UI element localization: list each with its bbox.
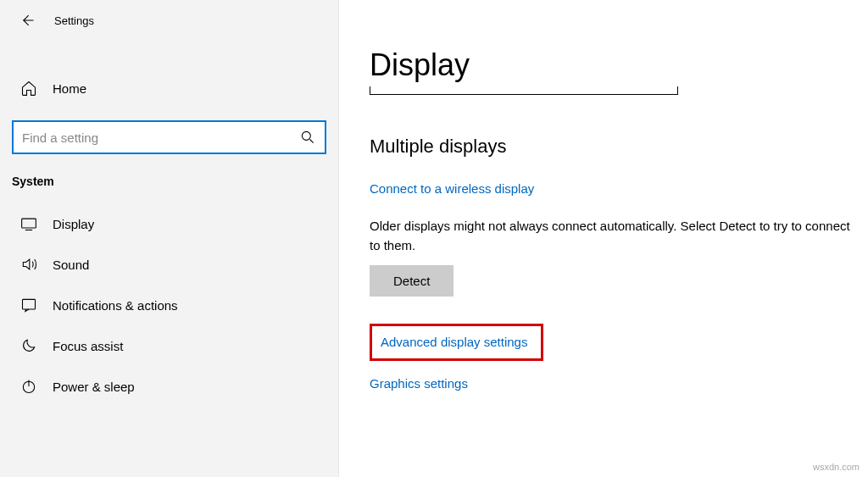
notification-icon [20,297,37,313]
window-title: Settings [54,14,94,27]
search-input[interactable]: Find a setting [12,120,326,154]
sidebar-item-label: Power & sleep [53,380,135,394]
detect-button[interactable]: Detect [370,265,453,297]
older-displays-text: Older displays might not always connect … [370,217,853,255]
sidebar-item-power-sleep[interactable]: Power & sleep [0,366,338,407]
highlight-box: Advanced display settings [370,324,543,361]
wireless-display-link[interactable]: Connect to a wireless display [370,181,534,196]
display-icon [20,215,37,232]
advanced-display-link[interactable]: Advanced display settings [381,335,527,349]
svg-point-0 [302,131,310,140]
sidebar: Settings Home Find a setting System Disp… [0,0,339,477]
page-title: Display [370,47,868,83]
back-button[interactable] [17,10,37,31]
sidebar-item-label: Sound [53,258,89,272]
header-row: Settings [0,7,338,44]
power-icon [20,378,37,395]
category-label: System [0,175,338,203]
sidebar-item-sound[interactable]: Sound [0,244,338,285]
title-underline [370,86,678,95]
search-placeholder: Find a setting [22,130,299,145]
content-area: Display Multiple displays Connect to a w… [339,0,868,477]
sidebar-item-label: Focus assist [53,339,123,353]
sound-icon [20,256,37,273]
sidebar-item-notifications[interactable]: Notifications & actions [0,285,338,325]
section-heading: Multiple displays [370,136,868,158]
svg-rect-1 [22,219,36,228]
search-icon [299,129,316,146]
sidebar-item-focus-assist[interactable]: Focus assist [0,325,338,366]
moon-icon [20,337,37,354]
nav-home[interactable]: Home [0,69,338,107]
watermark: wsxdn.com [813,462,860,472]
home-icon [20,80,37,97]
sidebar-item-label: Notifications & actions [53,298,178,313]
sidebar-item-display[interactable]: Display [0,203,338,244]
sidebar-item-label: Display [53,217,94,231]
graphics-settings-link[interactable]: Graphics settings [370,376,468,391]
back-arrow-icon [19,12,36,29]
svg-rect-2 [23,299,36,309]
nav-home-label: Home [53,81,86,96]
